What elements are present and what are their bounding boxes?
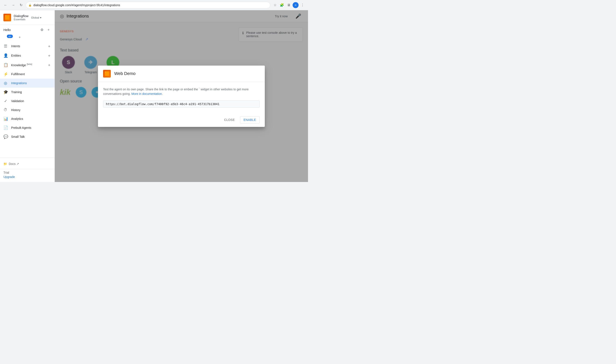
entities-icon: 👤 [3,53,8,58]
brand-subtitle: Essentials [14,18,28,21]
bookmark-button[interactable]: ☆ [272,2,278,8]
secure-icon: 🔒 [28,4,32,7]
agent-section: Hello ⚙ ＋ [0,25,55,35]
upgrade-button[interactable]: Upgrade [3,175,15,179]
dialog-body: Test the agent on its own page. Share th… [98,82,265,113]
sidebar-item-intents[interactable]: ☰ Intents ＋ [0,41,55,51]
dialog-description: Test the agent on its own page. Share th… [103,87,260,96]
add-entity-button[interactable]: ＋ [47,53,51,58]
agent-controls: ⚙ ＋ [40,27,51,33]
app-container: 🟧 Dialogflow Essentials Global ▾ Hello ⚙… [0,10,308,182]
training-icon: 🎓 [3,90,8,94]
dialog-url: https://bot.dialogflow.com/f7400f92-a5b3… [103,100,260,108]
sidebar-header: 🟧 Dialogflow Essentials Global ▾ [0,10,55,25]
sidebar-item-label: Analytics [11,117,23,120]
integrations-icon: ◎ [3,81,8,85]
dialog-actions: CLOSE ENABLE [98,113,265,127]
knowledge-icon: 📋 [3,63,8,67]
sidebar-item-label: Entities [11,54,21,57]
agent-settings-button[interactable]: ⚙ [40,27,44,33]
browser-chrome: ← → ↻ 🔒 dialogflow.cloud.google.com/#/ag… [0,0,308,10]
dialog-docs-link[interactable]: More in documentation. [131,92,163,95]
sidebar-item-small-talk[interactable]: 💬 Small Talk [0,132,55,141]
sidebar-nav: ☰ Intents ＋ 👤 Entities ＋ 📋 Knowledge [be… [0,41,55,157]
sidebar-item-label: Integrations [11,81,27,85]
enable-button[interactable]: ENABLE [240,116,260,123]
history-icon: ⏱ [3,108,8,112]
agent-add-button[interactable]: ＋ [46,27,51,33]
lang-badge[interactable]: en [7,35,13,38]
sidebar-item-label: Fulfillment [11,72,25,76]
close-button[interactable]: CLOSE [221,117,238,123]
intents-icon: ☰ [3,44,8,49]
profile-button[interactable]: n [293,2,299,8]
sidebar-item-label: Intents [11,44,20,48]
docs-icon: 📁 [3,162,7,166]
add-intent-button[interactable]: ＋ [47,44,51,49]
chevron-down-icon: ▾ [40,16,41,19]
browser-actions: ☆ 🧩 🖥 n ⋮ [272,2,305,8]
add-knowledge-button[interactable]: ＋ [47,62,51,67]
address-bar[interactable]: 🔒 dialogflow.cloud.google.com/#/agent/my… [26,2,270,9]
prebuilt-agents-icon: 📄 [3,125,8,130]
dialogflow-logo: 🟧 [3,14,11,21]
sidebar-footer: 📁 Docs ↗ [0,159,55,169]
brand-info: Dialogflow Essentials [14,14,28,21]
dialog-logo-icon: 🟧 [103,70,111,78]
sidebar-item-analytics[interactable]: 📊 Analytics [0,114,55,123]
sidebar-item-prebuilt-agents[interactable]: 📄 Prebuilt Agents [0,123,55,132]
trial-label: Trial [3,171,51,174]
small-talk-icon: 💬 [3,134,8,139]
sidebar-item-label: Prebuilt Agents [11,126,31,130]
agent-name: Hello [3,28,11,32]
forward-button[interactable]: → [10,2,16,8]
sidebar-item-validation[interactable]: ✓ Validation [0,97,55,105]
global-label: Global [31,16,39,19]
sidebar-item-label: Training [11,90,22,94]
sidebar-item-docs[interactable]: 📁 Docs ↗ [3,160,51,167]
sidebar-item-label: Validation [11,99,24,103]
sidebar-item-integrations[interactable]: ◎ Integrations [0,78,55,88]
sidebar-item-fulfillment[interactable]: ⚡ Fulfillment [0,70,55,78]
extensions-button[interactable]: 🧩 [279,2,285,8]
lang-add-button[interactable]: ＋ [18,35,21,39]
web-demo-dialog: 🟧 Web Demo Test the agent on its own pag… [98,65,265,127]
reload-button[interactable]: ↻ [18,2,24,8]
sidebar-item-label: History [11,108,21,112]
sidebar-item-knowledge[interactable]: 📋 Knowledge [beta] ＋ [0,60,55,70]
analytics-icon: 📊 [3,117,8,121]
back-button[interactable]: ← [2,2,9,8]
fulfillment-icon: ⚡ [3,72,8,77]
modal-backdrop: 🟧 Web Demo Test the agent on its own pag… [55,10,308,182]
sidebar-item-training[interactable]: 🎓 Training [0,88,55,97]
dialog-header: 🟧 Web Demo [98,65,265,82]
address-text: dialogflow.cloud.google.com/#/agent/mypr… [33,3,268,7]
brand-name: Dialogflow [14,14,28,18]
sidebar-divider [0,158,55,158]
dialog-description-text: Test the agent on its own page. Share th… [103,88,248,95]
sidebar-item-label: Small Talk [11,135,25,138]
docs-label: Docs ↗ [9,162,19,166]
trial-section: Trial Upgrade [0,169,55,182]
sidebar-item-label: Knowledge [beta] [11,63,32,67]
menu-button[interactable]: ⋮ [300,2,305,8]
sidebar-item-history[interactable]: ⏱ History [0,105,55,114]
sidebar: 🟧 Dialogflow Essentials Global ▾ Hello ⚙… [0,10,55,182]
cast-button[interactable]: 🖥 [286,2,292,8]
main-content: ◎ Integrations Try it now 🎤 GENESYS Gene… [55,10,308,182]
dialog-title: Web Demo [114,71,136,76]
lang-section: en ＋ [0,35,55,41]
sidebar-item-entities[interactable]: 👤 Entities ＋ [0,51,55,60]
global-selector[interactable]: Global ▾ [31,16,41,19]
validation-icon: ✓ [3,99,8,104]
